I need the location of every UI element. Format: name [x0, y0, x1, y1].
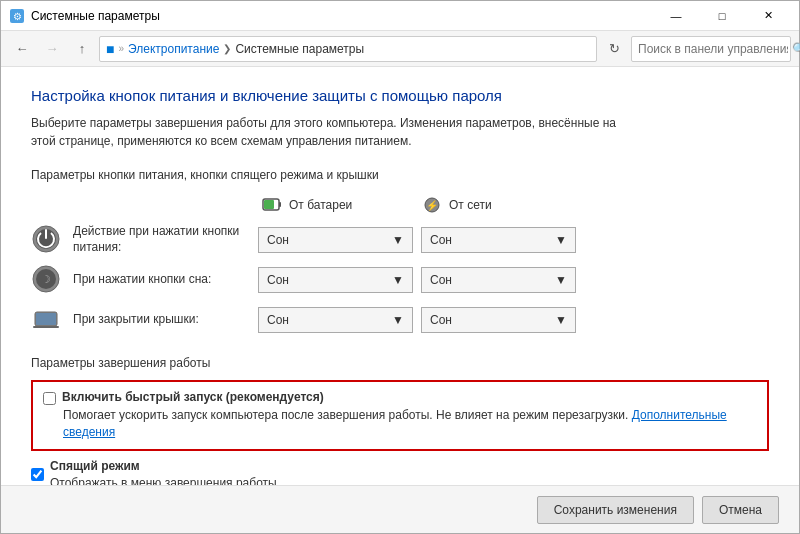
navbar: ← → ↑ ■ » Электропитание ❯ Системные пар…: [1, 31, 799, 67]
battery-icon: [261, 194, 283, 216]
svg-text:⚡: ⚡: [426, 199, 439, 212]
page-description: Выберите параметры завершения работы для…: [31, 114, 671, 150]
dropdown-arrow-icon: ▼: [392, 233, 404, 247]
search-bar: 🔍: [631, 36, 791, 62]
search-input[interactable]: [638, 42, 788, 56]
power-dropdown-3[interactable]: Сон ▼: [421, 307, 576, 333]
dropdown-arrow-icon: ▼: [555, 273, 567, 287]
fast-startup-row: Включить быстрый запуск (рекомендуется): [43, 390, 757, 405]
battery-dropdown-1[interactable]: Сон ▼: [258, 227, 413, 253]
shutdown-section-heading: Параметры завершения работы: [31, 356, 769, 370]
cancel-button[interactable]: Отмена: [702, 496, 779, 524]
breadcrumb-arrow: ❯: [223, 43, 231, 54]
titlebar-buttons: — □ ✕: [653, 1, 791, 31]
power-button-icon: [31, 224, 63, 256]
sleep-checkbox[interactable]: [31, 468, 44, 481]
power-dropdown-1[interactable]: Сон ▼: [421, 227, 576, 253]
power-row-2: ☽ При нажатии кнопки сна: Сон ▼ Сон ▼: [31, 264, 769, 296]
battery-dropdown-2[interactable]: Сон ▼: [258, 267, 413, 293]
sleep-desc: Отображать в меню завершения работы.: [50, 475, 280, 485]
breadcrumb-separator-1: »: [118, 43, 124, 54]
refresh-button[interactable]: ↻: [601, 36, 627, 62]
search-icon: 🔍: [792, 42, 800, 56]
power-row-2-label: При нажатии кнопки сна:: [73, 272, 258, 288]
up-button[interactable]: ↑: [69, 36, 95, 62]
dropdown-arrow-icon: ▼: [392, 273, 404, 287]
col-power-label: От сети: [449, 198, 492, 212]
dropdown-arrow-icon: ▼: [392, 313, 404, 327]
svg-text:☽: ☽: [41, 273, 51, 285]
svg-rect-14: [33, 326, 59, 328]
col-battery-label: От батареи: [289, 198, 352, 212]
window-icon: ⚙: [9, 8, 25, 24]
power-row-3-label: При закрытии крышки:: [73, 312, 258, 328]
power-row-3: При закрытии крышки: Сон ▼ Сон ▼: [31, 304, 769, 336]
minimize-button[interactable]: —: [653, 1, 699, 31]
address-bar: ■ » Электропитание ❯ Системные параметры: [99, 36, 597, 62]
power-row-1: Действие при нажатии кнопки питания: Сон…: [31, 224, 769, 256]
col-power-header: ⚡ От сети: [421, 194, 581, 216]
fast-startup-box: Включить быстрый запуск (рекомендуется) …: [31, 380, 769, 451]
power-row-1-label: Действие при нажатии кнопки питания:: [73, 224, 258, 255]
dropdown-arrow-icon: ▼: [555, 313, 567, 327]
section-label: Параметры кнопки питания, кнопки спящего…: [31, 168, 769, 182]
shutdown-section: Параметры завершения работы Включить быс…: [31, 356, 769, 485]
sleep-button-icon: ☽: [31, 264, 63, 296]
sleep-label: Спящий режим: [50, 459, 280, 473]
main-window: ⚙ Системные параметры — □ ✕ ← → ↑ ■ » Эл…: [0, 0, 800, 534]
breadcrumb-part2: Системные параметры: [235, 42, 364, 56]
fast-startup-label: Включить быстрый запуск (рекомендуется): [62, 390, 324, 404]
svg-rect-4: [264, 200, 274, 209]
save-button[interactable]: Сохранить изменения: [537, 496, 694, 524]
fast-startup-desc: Помогает ускорить запуск компьютера посл…: [63, 407, 757, 441]
back-button[interactable]: ←: [9, 36, 35, 62]
sleep-row: Спящий режим Отображать в меню завершени…: [31, 459, 769, 485]
power-table: От батареи ⚡ От сети: [31, 194, 769, 336]
window-title: Системные параметры: [31, 9, 653, 23]
maximize-button[interactable]: □: [699, 1, 745, 31]
breadcrumb-part1[interactable]: Электропитание: [128, 42, 219, 56]
battery-dropdown-3[interactable]: Сон ▼: [258, 307, 413, 333]
content-area: Настройка кнопок питания и включение защ…: [1, 67, 799, 485]
footer: Сохранить изменения Отмена: [1, 485, 799, 533]
close-button[interactable]: ✕: [745, 1, 791, 31]
titlebar: ⚙ Системные параметры — □ ✕: [1, 1, 799, 31]
fast-startup-checkbox[interactable]: [43, 392, 56, 405]
col-battery-header: От батареи: [261, 194, 421, 216]
power-table-header: От батареи ⚡ От сети: [31, 194, 769, 216]
svg-text:⚙: ⚙: [13, 11, 22, 22]
forward-button[interactable]: →: [39, 36, 65, 62]
page-title: Настройка кнопок питания и включение защ…: [31, 87, 769, 104]
svg-rect-3: [279, 202, 281, 207]
breadcrumb-icon: ■: [106, 41, 114, 57]
dropdown-arrow-icon: ▼: [555, 233, 567, 247]
lid-icon: [31, 304, 63, 336]
ac-icon: ⚡: [421, 194, 443, 216]
svg-rect-13: [36, 313, 56, 325]
power-dropdown-2[interactable]: Сон ▼: [421, 267, 576, 293]
